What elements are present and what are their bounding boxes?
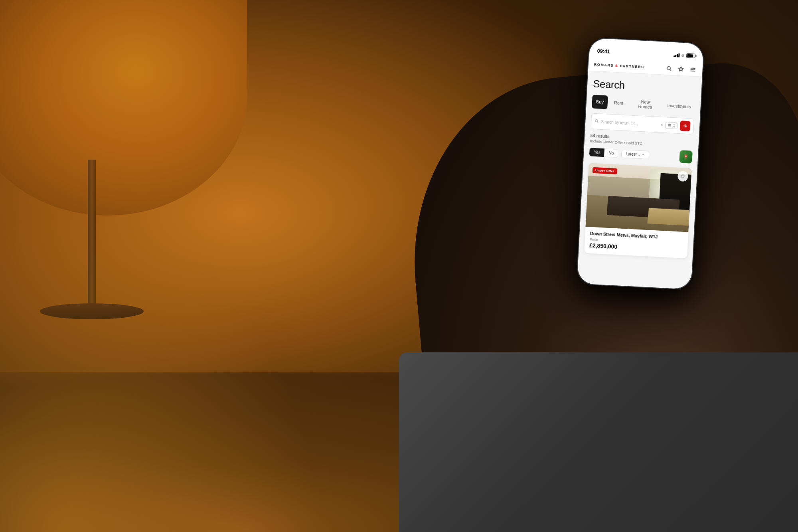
yes-toggle-button[interactable]: Yes xyxy=(589,148,604,157)
wifi-icon: ⌾ xyxy=(681,53,685,57)
search-submit-button[interactable] xyxy=(679,121,690,131)
tab-investments[interactable]: Investments xyxy=(663,99,695,114)
phone-device: 09:41 ⌾ xyxy=(576,37,705,290)
no-toggle-button[interactable]: No xyxy=(604,148,618,158)
nav-icons xyxy=(665,64,697,74)
sort-button[interactable]: Latest... xyxy=(621,149,650,159)
filter-toggle-bar: Yes No Latest... xyxy=(589,145,693,163)
phone-screen: 09:41 ⌾ xyxy=(577,38,704,289)
property-card[interactable]: Under Offer Down Street Mews, Mayfair, W… xyxy=(584,163,691,258)
search-input-icon xyxy=(595,119,599,124)
content-area: Search Buy Rent New Homes Investments xyxy=(577,71,702,279)
search-nav-icon[interactable] xyxy=(665,64,673,73)
filter-count: 1 xyxy=(673,123,675,128)
bookmark-nav-icon[interactable] xyxy=(677,65,685,73)
lamp-base xyxy=(88,160,96,319)
signal-bars-icon xyxy=(674,52,680,57)
under-offer-badge: Under Offer xyxy=(593,167,617,174)
status-time: 09:41 xyxy=(597,47,610,54)
property-image: Under Offer xyxy=(586,163,692,232)
svg-line-5 xyxy=(691,71,695,71)
property-card-body: Down Street Mews, Mayfair, W1J Price £2,… xyxy=(584,227,688,258)
brand-logo: ROMANS & PARTNERS xyxy=(594,63,644,69)
filter-badge[interactable]: 1 xyxy=(665,122,678,129)
background-scene: 09:41 ⌾ xyxy=(0,0,798,532)
tab-new-homes[interactable]: New Homes xyxy=(629,97,661,112)
battery-icon xyxy=(686,53,695,58)
svg-line-4 xyxy=(691,69,695,70)
lamp-shade xyxy=(0,0,247,216)
page-title: Search xyxy=(593,78,696,95)
lamp-foot xyxy=(40,303,144,319)
tab-bar: Buy Rent New Homes Investments xyxy=(592,95,695,113)
sleeve xyxy=(399,352,798,532)
svg-marker-14 xyxy=(681,174,685,178)
search-input[interactable]: Search by town, cit... xyxy=(601,119,658,127)
svg-marker-2 xyxy=(678,67,683,71)
yes-no-toggle: Yes No xyxy=(589,148,618,158)
svg-line-7 xyxy=(597,122,598,123)
menu-nav-icon[interactable] xyxy=(689,65,697,74)
search-bar: Search by town, cit... × 1 xyxy=(591,113,694,134)
svg-line-3 xyxy=(691,68,695,69)
sort-label: Latest... xyxy=(626,152,640,157)
svg-line-1 xyxy=(670,69,671,71)
phone-body: 09:41 ⌾ xyxy=(576,37,705,290)
status-icons: ⌾ xyxy=(674,52,695,58)
search-clear-button[interactable]: × xyxy=(660,123,663,127)
tab-buy[interactable]: Buy xyxy=(592,95,608,109)
map-view-button[interactable] xyxy=(679,150,693,164)
tab-rent[interactable]: Rent xyxy=(610,96,628,110)
